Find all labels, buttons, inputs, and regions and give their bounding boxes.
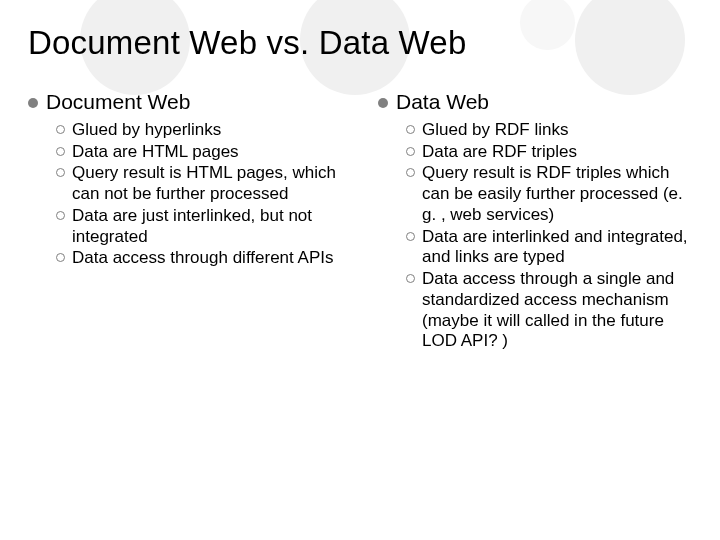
- list-item: Glued by hyperlinks: [56, 120, 342, 141]
- bullet-solid-icon: [28, 98, 38, 108]
- right-list: Glued by RDF links Data are RDF triples …: [378, 120, 692, 352]
- list-item-text: Query result is RDF triples which can be…: [422, 163, 692, 225]
- bullet-open-icon: [406, 232, 415, 241]
- list-item: Glued by RDF links: [406, 120, 692, 141]
- list-item: Data are RDF triples: [406, 142, 692, 163]
- list-item-text: Data access through different APIs: [72, 248, 333, 269]
- bullet-open-icon: [406, 168, 415, 177]
- columns-container: Document Web Glued by hyperlinks Data ar…: [28, 90, 692, 353]
- list-item-text: Data access through a single and standar…: [422, 269, 692, 352]
- left-column: Document Web Glued by hyperlinks Data ar…: [28, 90, 342, 353]
- list-item: Data are just interlinked, but not integ…: [56, 206, 342, 247]
- list-item: Query result is HTML pages, which can no…: [56, 163, 342, 204]
- bullet-solid-icon: [378, 98, 388, 108]
- list-item-text: Glued by RDF links: [422, 120, 568, 141]
- bullet-open-icon: [56, 168, 65, 177]
- list-item: Data are HTML pages: [56, 142, 342, 163]
- slide-title: Document Web vs. Data Web: [28, 24, 692, 62]
- right-column: Data Web Glued by RDF links Data are RDF…: [378, 90, 692, 353]
- left-list: Glued by hyperlinks Data are HTML pages …: [28, 120, 342, 269]
- list-item-text: Data are HTML pages: [72, 142, 239, 163]
- bullet-open-icon: [56, 211, 65, 220]
- list-item-text: Query result is HTML pages, which can no…: [72, 163, 342, 204]
- list-item-text: Glued by hyperlinks: [72, 120, 221, 141]
- bullet-open-icon: [406, 125, 415, 134]
- bullet-open-icon: [56, 253, 65, 262]
- left-heading: Document Web: [28, 90, 342, 114]
- right-heading-text: Data Web: [396, 90, 489, 114]
- list-item-text: Data are interlinked and integrated, and…: [422, 227, 692, 268]
- list-item-text: Data are RDF triples: [422, 142, 577, 163]
- left-heading-text: Document Web: [46, 90, 190, 114]
- list-item-text: Data are just interlinked, but not integ…: [72, 206, 342, 247]
- bullet-open-icon: [56, 147, 65, 156]
- right-heading: Data Web: [378, 90, 692, 114]
- list-item: Data access through a single and standar…: [406, 269, 692, 352]
- bullet-open-icon: [406, 147, 415, 156]
- bullet-open-icon: [406, 274, 415, 283]
- list-item: Data access through different APIs: [56, 248, 342, 269]
- bullet-open-icon: [56, 125, 65, 134]
- list-item: Data are interlinked and integrated, and…: [406, 227, 692, 268]
- list-item: Query result is RDF triples which can be…: [406, 163, 692, 225]
